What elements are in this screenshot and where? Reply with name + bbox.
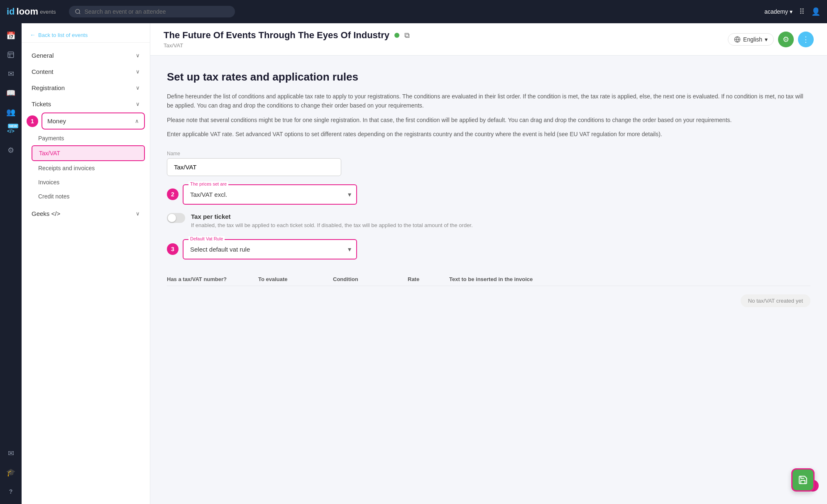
col-header-invoice-text: Text to be inserted in the invoice: [449, 276, 810, 282]
toggle-knob: [168, 214, 176, 222]
sidebar-item-code[interactable]: </> NEW: [2, 123, 19, 139]
save-icon: [798, 475, 808, 485]
description-3: Enter applicable VAT rate. Set advanced …: [167, 130, 810, 139]
icon-bar: 📅 ✉ 📖 👥 </> NEW ⚙ ✉ 🎓 ?: [0, 23, 22, 504]
chevron-down-icon: ∨: [136, 210, 140, 217]
event-title-area: The Future Of Events Through The Eyes Of…: [164, 30, 410, 49]
chevron-down-icon: ∨: [136, 52, 140, 59]
form-section: Name 2 The prices set are Tax/VAT excl. …: [167, 151, 810, 316]
sidebar-item-users[interactable]: 👥: [2, 104, 19, 120]
chevron-down-icon: ▾: [790, 8, 793, 15]
sidebar-item-invoices[interactable]: Invoices: [32, 175, 145, 189]
external-link-icon[interactable]: ⧉: [404, 31, 410, 40]
name-input[interactable]: [167, 158, 341, 176]
search-icon: [75, 8, 81, 15]
sidebar-nav: General ∨ Content ∨ Registration ∨: [22, 43, 150, 227]
toggle-row: ✕ Tax per ticket If enabled, the tax wil…: [167, 213, 810, 229]
search-bar[interactable]: [69, 6, 235, 17]
logo-events: events: [40, 9, 56, 15]
empty-label: No tax/VAT created yet: [741, 294, 810, 307]
sidebar-item-credit-notes[interactable]: Credit notes: [32, 189, 145, 203]
vat-rule-select[interactable]: Select default vat rule: [184, 240, 356, 259]
vat-rule-field: 3 Default Vat Rule Select default vat ru…: [167, 239, 810, 259]
vat-rule-label: Default Vat Rule: [188, 236, 225, 241]
navbar-right: academy ▾ ⠿ 👤: [764, 7, 820, 16]
sidebar-item-email[interactable]: ✉: [2, 66, 19, 82]
event-subtitle: Tax/VAT: [164, 42, 410, 49]
money-submenu: Payments Tax/VAT Receipts and invoices I…: [27, 130, 145, 205]
prices-field: 2 The prices set are Tax/VAT excl. Tax/V…: [167, 184, 810, 205]
table-section: Has a tax/VAT number? To evaluate Condit…: [167, 273, 810, 316]
save-button[interactable]: [791, 468, 815, 492]
svg-line-1: [79, 13, 81, 14]
annotation-3: 3: [167, 243, 179, 255]
back-to-list-link[interactable]: ← Back to list of events: [30, 32, 142, 38]
event-title: The Future Of Events Through The Eyes Of…: [164, 30, 389, 41]
account-button[interactable]: academy ▾: [764, 8, 793, 15]
user-icon[interactable]: 👤: [811, 7, 820, 16]
sidebar-section-header-registration[interactable]: Registration ∨: [27, 80, 145, 95]
sidebar-item-settings[interactable]: ⚙: [2, 142, 19, 159]
name-label: Name: [167, 151, 810, 157]
sidebar-item-calendar[interactable]: 📅: [2, 27, 19, 44]
svg-rect-2: [8, 52, 14, 58]
sidebar-section-money: 1 Money ∧ Payments Tax/VAT Receipts and …: [22, 113, 150, 205]
logo: idloom events: [7, 6, 56, 17]
description-1: Define hereunder the list of conditions …: [167, 92, 810, 110]
sidebar-section-header-general[interactable]: General ∨: [27, 48, 145, 63]
grid-icon[interactable]: ⠿: [799, 7, 805, 16]
sidebar-section-registration: Registration ∨: [22, 80, 150, 95]
page-content: Set up tax rates and application rules D…: [150, 56, 827, 504]
sidebar-item-taxvat[interactable]: Tax/VAT: [32, 145, 145, 161]
sidebar-section-content: Content ∨: [22, 64, 150, 79]
annotation-1: 1: [27, 115, 38, 127]
sidebar-section-header-money[interactable]: Money ∧: [42, 113, 145, 130]
tax-per-ticket-toggle[interactable]: ✕: [167, 213, 185, 223]
content-area: The Future Of Events Through The Eyes Of…: [150, 23, 827, 504]
event-status-dot: [394, 33, 399, 38]
table-empty: No tax/VAT created yet: [167, 286, 810, 316]
sidebar-item-chart[interactable]: [2, 46, 19, 63]
event-title-row: The Future Of Events Through The Eyes Of…: [164, 30, 410, 41]
col-header-rate: Rate: [408, 276, 449, 282]
language-button[interactable]: English ▾: [728, 33, 774, 46]
navbar: idloom events academy ▾ ⠿ 👤: [0, 0, 827, 23]
sidebar-item-payments[interactable]: Payments: [32, 131, 145, 145]
sidebar-section-tickets: Tickets ∨: [22, 96, 150, 112]
search-input[interactable]: [84, 8, 229, 15]
col-header-condition: Condition: [333, 276, 408, 282]
col-header-taxvat: Has a tax/VAT number?: [167, 276, 258, 282]
chevron-down-icon: ∨: [136, 69, 140, 75]
page-title: Set up tax rates and application rules: [167, 71, 810, 83]
sidebar-item-book[interactable]: 📖: [2, 85, 19, 101]
chevron-up-icon: ∧: [135, 118, 139, 124]
prices-select[interactable]: Tax/VAT excl. Tax/VAT incl.: [184, 185, 356, 204]
sidebar-section-geeks: Geeks </> ∨: [22, 206, 150, 221]
chevron-down-icon: ∨: [136, 101, 140, 107]
logo-loom: loom: [17, 6, 39, 17]
main-layout: 📅 ✉ 📖 👥 </> NEW ⚙ ✉ 🎓 ? ← Back to list o…: [0, 23, 827, 504]
prices-select-wrapper: The prices set are Tax/VAT excl. Tax/VAT…: [183, 184, 357, 205]
sidebar-item-contact[interactable]: ✉: [2, 445, 19, 462]
sidebar-section-header-tickets[interactable]: Tickets ∨: [27, 96, 145, 112]
sidebar-item-help[interactable]: ?: [2, 483, 19, 500]
name-field: Name: [167, 151, 810, 176]
back-arrow-icon: ←: [30, 32, 36, 38]
description-2: Please note that several conditions migh…: [167, 115, 810, 125]
more-options-button[interactable]: ⋮: [798, 32, 814, 47]
chevron-down-icon: ▾: [765, 36, 768, 43]
toggle-info: Tax per ticket If enabled, the tax will …: [191, 213, 473, 229]
annotation-2: 2: [167, 188, 179, 200]
sidebar-section-header-geeks[interactable]: Geeks </> ∨: [27, 206, 145, 221]
event-header-actions: English ▾ ⚙ ⋮: [728, 32, 814, 47]
toggle-description: If enabled, the tax will be applied to e…: [191, 222, 473, 229]
sidebar: ← Back to list of events General ∨ Conte…: [22, 23, 150, 504]
logo-id: id: [7, 6, 15, 17]
vat-rule-wrapper: Default Vat Rule Select default vat rule…: [183, 239, 357, 259]
chevron-down-icon: ∨: [136, 85, 140, 91]
sidebar-item-receipts[interactable]: Receipts and invoices: [32, 161, 145, 175]
settings-button[interactable]: ⚙: [778, 32, 794, 47]
sidebar-section-header-content[interactable]: Content ∨: [27, 64, 145, 79]
sidebar-header: ← Back to list of events: [22, 23, 150, 43]
sidebar-item-graduation[interactable]: 🎓: [2, 464, 19, 481]
